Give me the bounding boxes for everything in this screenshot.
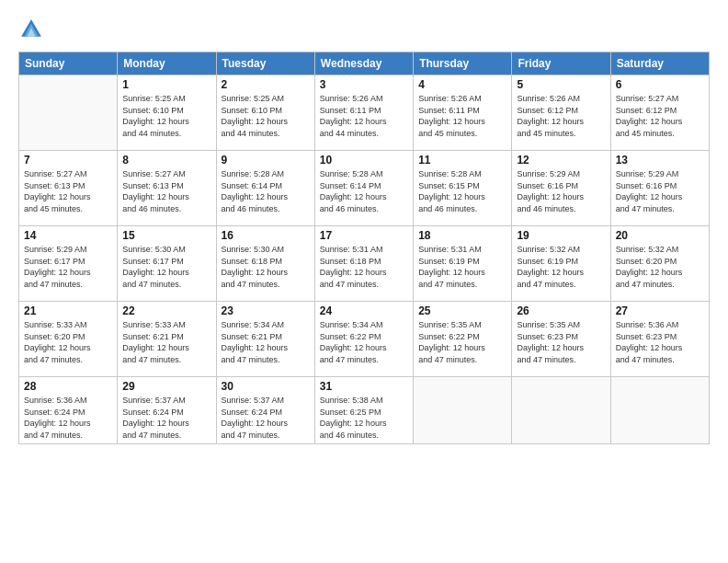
calendar-week-row: 14Sunrise: 5:29 AM Sunset: 6:17 PM Dayli… [19,226,710,302]
weekday-header-thursday: Thursday [414,52,512,75]
calendar-cell [512,377,610,444]
day-number: 18 [418,229,506,242]
calendar-cell: 25Sunrise: 5:35 AM Sunset: 6:22 PM Dayli… [414,302,512,377]
day-info: Sunrise: 5:34 AM Sunset: 6:22 PM Dayligh… [320,319,408,365]
day-number: 4 [418,78,506,91]
day-number: 6 [616,78,704,91]
calendar-cell: 30Sunrise: 5:37 AM Sunset: 6:24 PM Dayli… [216,377,314,444]
calendar-cell: 23Sunrise: 5:34 AM Sunset: 6:21 PM Dayli… [216,302,314,377]
calendar-cell: 4Sunrise: 5:26 AM Sunset: 6:11 PM Daylig… [414,75,512,151]
day-info: Sunrise: 5:27 AM Sunset: 6:13 PM Dayligh… [24,168,112,214]
day-number: 2 [222,78,310,91]
day-info: Sunrise: 5:35 AM Sunset: 6:22 PM Dayligh… [418,319,506,365]
weekday-header-row: SundayMondayTuesdayWednesdayThursdayFrid… [19,52,710,75]
calendar-cell: 29Sunrise: 5:37 AM Sunset: 6:24 PM Dayli… [118,377,216,444]
day-info: Sunrise: 5:37 AM Sunset: 6:24 PM Dayligh… [222,395,310,441]
logo [18,17,48,42]
calendar-cell: 26Sunrise: 5:35 AM Sunset: 6:23 PM Dayli… [512,302,610,377]
calendar-cell: 9Sunrise: 5:28 AM Sunset: 6:14 PM Daylig… [216,151,314,226]
logo-icon [18,17,44,42]
calendar-cell: 17Sunrise: 5:31 AM Sunset: 6:18 PM Dayli… [314,226,413,302]
weekday-header-tuesday: Tuesday [216,52,314,75]
day-number: 23 [222,304,310,317]
day-info: Sunrise: 5:29 AM Sunset: 6:16 PM Dayligh… [517,168,605,214]
day-number: 10 [320,154,408,167]
day-info: Sunrise: 5:30 AM Sunset: 6:18 PM Dayligh… [222,244,310,290]
day-info: Sunrise: 5:36 AM Sunset: 6:24 PM Dayligh… [24,395,112,441]
day-number: 8 [122,154,210,167]
day-number: 21 [24,304,112,317]
calendar-cell: 10Sunrise: 5:28 AM Sunset: 6:14 PM Dayli… [314,151,413,226]
page: SundayMondayTuesdayWednesdayThursdayFrid… [0,0,728,563]
calendar-cell: 27Sunrise: 5:36 AM Sunset: 6:23 PM Dayli… [610,302,709,377]
calendar-cell: 2Sunrise: 5:25 AM Sunset: 6:10 PM Daylig… [216,75,314,151]
day-info: Sunrise: 5:29 AM Sunset: 6:17 PM Dayligh… [24,244,112,290]
calendar-cell: 28Sunrise: 5:36 AM Sunset: 6:24 PM Dayli… [19,377,118,444]
calendar-cell: 20Sunrise: 5:32 AM Sunset: 6:20 PM Dayli… [610,226,709,302]
day-info: Sunrise: 5:26 AM Sunset: 6:11 PM Dayligh… [418,93,506,139]
day-number: 7 [24,154,112,167]
day-number: 15 [122,229,210,242]
calendar-cell: 1Sunrise: 5:25 AM Sunset: 6:10 PM Daylig… [118,75,216,151]
weekday-header-saturday: Saturday [610,52,709,75]
weekday-header-sunday: Sunday [19,52,118,75]
day-info: Sunrise: 5:27 AM Sunset: 6:12 PM Dayligh… [616,93,704,139]
day-number: 5 [517,78,605,91]
day-info: Sunrise: 5:34 AM Sunset: 6:21 PM Dayligh… [222,319,310,365]
day-info: Sunrise: 5:26 AM Sunset: 6:11 PM Dayligh… [320,93,408,139]
day-info: Sunrise: 5:25 AM Sunset: 6:10 PM Dayligh… [222,93,310,139]
day-number: 11 [418,154,506,167]
day-info: Sunrise: 5:25 AM Sunset: 6:10 PM Dayligh… [122,93,210,139]
calendar-week-row: 1Sunrise: 5:25 AM Sunset: 6:10 PM Daylig… [19,75,710,151]
day-info: Sunrise: 5:27 AM Sunset: 6:13 PM Dayligh… [122,168,210,214]
day-number: 14 [24,229,112,242]
day-info: Sunrise: 5:36 AM Sunset: 6:23 PM Dayligh… [616,319,704,365]
day-number: 24 [320,304,408,317]
calendar-cell [414,377,512,444]
day-info: Sunrise: 5:30 AM Sunset: 6:17 PM Dayligh… [122,244,210,290]
day-info: Sunrise: 5:38 AM Sunset: 6:25 PM Dayligh… [320,395,408,441]
day-number: 3 [320,78,408,91]
day-number: 17 [320,229,408,242]
calendar-cell: 12Sunrise: 5:29 AM Sunset: 6:16 PM Dayli… [512,151,610,226]
header [18,17,710,42]
day-info: Sunrise: 5:28 AM Sunset: 6:14 PM Dayligh… [320,168,408,214]
calendar-cell: 14Sunrise: 5:29 AM Sunset: 6:17 PM Dayli… [19,226,118,302]
day-info: Sunrise: 5:26 AM Sunset: 6:12 PM Dayligh… [517,93,605,139]
calendar-cell: 21Sunrise: 5:33 AM Sunset: 6:20 PM Dayli… [19,302,118,377]
day-number: 28 [24,380,112,393]
calendar-cell: 18Sunrise: 5:31 AM Sunset: 6:19 PM Dayli… [414,226,512,302]
calendar-cell: 19Sunrise: 5:32 AM Sunset: 6:19 PM Dayli… [512,226,610,302]
calendar-cell: 11Sunrise: 5:28 AM Sunset: 6:15 PM Dayli… [414,151,512,226]
calendar-cell [610,377,709,444]
day-info: Sunrise: 5:33 AM Sunset: 6:20 PM Dayligh… [24,319,112,365]
day-number: 1 [122,78,210,91]
day-number: 13 [616,154,704,167]
day-info: Sunrise: 5:28 AM Sunset: 6:15 PM Dayligh… [418,168,506,214]
day-number: 20 [616,229,704,242]
calendar-week-row: 7Sunrise: 5:27 AM Sunset: 6:13 PM Daylig… [19,151,710,226]
day-number: 30 [222,380,310,393]
day-number: 12 [517,154,605,167]
calendar-cell: 6Sunrise: 5:27 AM Sunset: 6:12 PM Daylig… [610,75,709,151]
calendar-cell: 7Sunrise: 5:27 AM Sunset: 6:13 PM Daylig… [19,151,118,226]
calendar-week-row: 21Sunrise: 5:33 AM Sunset: 6:20 PM Dayli… [19,302,710,377]
calendar-cell: 22Sunrise: 5:33 AM Sunset: 6:21 PM Dayli… [118,302,216,377]
calendar-cell: 13Sunrise: 5:29 AM Sunset: 6:16 PM Dayli… [610,151,709,226]
calendar-cell: 5Sunrise: 5:26 AM Sunset: 6:12 PM Daylig… [512,75,610,151]
day-number: 27 [616,304,704,317]
day-info: Sunrise: 5:29 AM Sunset: 6:16 PM Dayligh… [616,168,704,214]
calendar-cell: 31Sunrise: 5:38 AM Sunset: 6:25 PM Dayli… [314,377,413,444]
day-info: Sunrise: 5:32 AM Sunset: 6:19 PM Dayligh… [517,244,605,290]
day-info: Sunrise: 5:28 AM Sunset: 6:14 PM Dayligh… [222,168,310,214]
day-number: 16 [222,229,310,242]
day-info: Sunrise: 5:31 AM Sunset: 6:19 PM Dayligh… [418,244,506,290]
calendar-cell: 8Sunrise: 5:27 AM Sunset: 6:13 PM Daylig… [118,151,216,226]
day-number: 25 [418,304,506,317]
day-number: 22 [122,304,210,317]
calendar-cell [19,75,118,151]
day-number: 29 [122,380,210,393]
weekday-header-friday: Friday [512,52,610,75]
day-number: 9 [222,154,310,167]
calendar-cell: 15Sunrise: 5:30 AM Sunset: 6:17 PM Dayli… [118,226,216,302]
